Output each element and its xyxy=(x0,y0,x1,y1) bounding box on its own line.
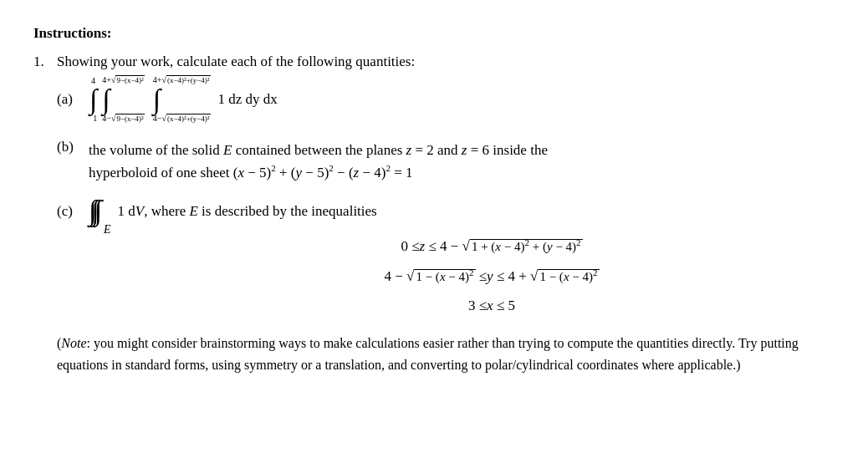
problem-1: 1. Showing your work, calculate each of … xyxy=(33,53,835,375)
inequality-3: 3 ≤x ≤ 5 xyxy=(199,291,784,321)
part-a: (a) 4 ∫ 1 4+√9−(x−4)² ∫ 4−√9−(x−4)² xyxy=(57,75,835,124)
inequality-2: 4 − √1 − (x − 4)2 ≤y ≤ 4 + √1 − (x − 4)2 xyxy=(199,262,784,292)
part-b: (b) the volume of the solid E contained … xyxy=(57,139,835,184)
note-block: (Note: you might consider brainstorming … xyxy=(57,333,835,375)
inequalities-block: 0 ≤z ≤ 4 − √1 + (x − 4)2 + (y − 4)2 4 − … xyxy=(199,231,784,321)
part-a-label: (a) xyxy=(57,91,84,108)
page-container: Instructions: 1. Showing your work, calc… xyxy=(33,25,835,375)
part-b-text: the volume of the solid E contained betw… xyxy=(89,139,548,184)
part-c-integral: ∫ ∫ ∫ E xyxy=(89,199,111,223)
part-a-integral: 4 ∫ 1 4+√9−(x−4)² ∫ 4−√9−(x−4)² xyxy=(89,75,278,124)
instructions-title: Instructions: xyxy=(33,25,835,42)
inequality-1: 0 ≤z ≤ 4 − √1 + (x − 4)2 + (y − 4)2 xyxy=(199,231,784,262)
problem-number: 1. xyxy=(33,53,57,70)
part-c-label: (c) xyxy=(57,203,84,220)
part-c: (c) ∫ ∫ ∫ E 1 dV, where E is described b… xyxy=(57,199,835,223)
part-b-label: (b) xyxy=(57,139,84,155)
problem-intro: Showing your work, calculate each of the… xyxy=(57,53,415,70)
part-c-text: 1 dV, where E is described by the inequa… xyxy=(118,203,377,220)
